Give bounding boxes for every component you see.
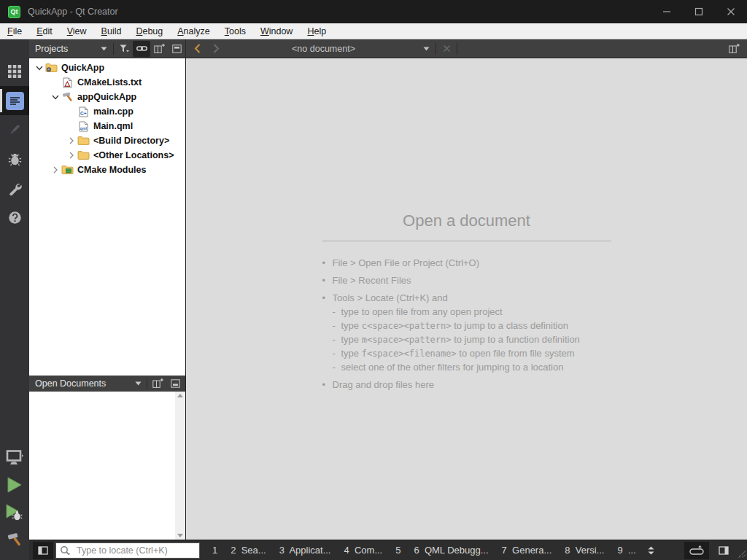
hint-drag-drop: Drag and drop files here: [322, 379, 611, 390]
expander-closed-icon[interactable]: [66, 137, 77, 144]
progress-indicator-icon: [689, 545, 704, 556]
mode-edit[interactable]: [0, 86, 29, 115]
menu-tools[interactable]: Tools: [217, 25, 253, 38]
tree-item-build-directory[interactable]: <Build Directory>: [29, 133, 185, 148]
hint-recent-files: File > Recent Files: [322, 275, 611, 286]
tree-item-appquickapp[interactable]: appQuickApp: [29, 90, 185, 104]
collapse-panel-icon: [171, 379, 180, 388]
mode-design[interactable]: [0, 115, 29, 144]
menu-debug[interactable]: Debug: [128, 25, 170, 38]
close-document-button[interactable]: [438, 41, 455, 57]
tree-item-quickapp[interactable]: QuickApp: [29, 61, 185, 75]
split-panel-button[interactable]: [150, 41, 168, 57]
filter-button[interactable]: [115, 41, 133, 57]
close-button[interactable]: [715, 0, 747, 23]
minimize-icon: [662, 7, 671, 16]
build-progress-button[interactable]: [684, 542, 709, 559]
expander-open-icon[interactable]: [34, 66, 45, 71]
window-title: QuickApp - Qt Creator: [28, 7, 651, 17]
go-back-button[interactable]: [189, 41, 205, 57]
tree-item-main-qml[interactable]: qml Main.qml: [29, 119, 185, 133]
maximize-button[interactable]: [683, 0, 715, 23]
projects-panel-selector[interactable]: Projects: [29, 44, 112, 54]
toggle-right-sidebar-button[interactable]: [713, 542, 734, 559]
output-pane-3-application[interactable]: 3 Applicat...: [273, 545, 338, 556]
projects-panel-title: Projects: [35, 44, 68, 54]
menu-view[interactable]: View: [60, 25, 94, 38]
mode-sidebar: [0, 39, 29, 560]
mode-help[interactable]: [0, 203, 29, 232]
output-pane-4-compile[interactable]: 4 Com...: [337, 545, 389, 556]
mode-welcome[interactable]: [0, 57, 29, 86]
tree-item-cmake-modules[interactable]: CMake Modules: [29, 163, 185, 177]
design-pencil-icon: [8, 123, 21, 136]
menu-file[interactable]: File: [0, 25, 29, 38]
debug-run-button[interactable]: [0, 499, 29, 526]
menu-build[interactable]: Build: [94, 25, 129, 38]
menu-window[interactable]: Window: [253, 25, 300, 38]
hint-locate-file: type f<space><filename> to open file fro…: [322, 348, 611, 359]
link-icon: [136, 44, 147, 52]
hint-locate-open: type to open file from any open project: [322, 306, 611, 317]
document-selector[interactable]: <no document>: [224, 44, 434, 54]
title-bar: QuickApp - Qt Creator: [0, 0, 747, 23]
menu-bar: File Edit View Build Debug Analyze Tools…: [0, 23, 747, 39]
chevron-down-icon[interactable]: [135, 381, 142, 386]
split-add-icon: [154, 44, 165, 54]
locator-input[interactable]: [55, 542, 200, 559]
output-pane-1-issues[interactable]: 1: [206, 545, 224, 556]
scroll-down-icon[interactable]: [177, 534, 183, 537]
vertical-scrollbar[interactable]: [175, 392, 185, 540]
build-button[interactable]: [0, 526, 29, 554]
expander-closed-icon[interactable]: [50, 166, 61, 174]
close-panel-button[interactable]: [166, 376, 184, 392]
qt-creator-logo-icon: [8, 6, 20, 18]
projects-wrench-icon: [8, 182, 22, 195]
mode-projects[interactable]: [0, 174, 29, 203]
expander-closed-icon[interactable]: [66, 152, 77, 159]
svg-text:C+: C+: [80, 110, 87, 115]
mode-debug[interactable]: [0, 144, 29, 174]
menu-help[interactable]: Help: [300, 25, 333, 38]
tree-item-other-locations[interactable]: <Other Locations>: [29, 148, 185, 163]
build-target-hammer-icon: [61, 92, 74, 103]
split-add-icon: [729, 44, 740, 54]
sync-with-editor-button[interactable]: [133, 41, 150, 57]
minimize-button[interactable]: [651, 0, 683, 23]
output-pane-2-search[interactable]: 2 Sea...: [224, 545, 272, 556]
output-pane-manager-button[interactable]: [643, 542, 660, 559]
editor-area[interactable]: Open a document File > Open File or Proj…: [186, 58, 747, 540]
hint-locate-class: type c<space><pattern> to jump to a clas…: [322, 320, 611, 331]
output-pane-6-qml-debugger[interactable]: 6 QML Debugg...: [407, 545, 495, 556]
tree-item-main-cpp[interactable]: C+ main.cpp: [29, 104, 185, 119]
menu-analyze[interactable]: Analyze: [170, 25, 217, 38]
toolbar-separator: [147, 378, 147, 389]
window-resize-grip[interactable]: [737, 542, 747, 559]
open-documents-empty-area[interactable]: [29, 392, 175, 540]
expander-open-icon[interactable]: [50, 95, 61, 100]
output-pane-5[interactable]: 5: [389, 545, 407, 556]
run-button[interactable]: [0, 471, 29, 499]
folder-icon: [77, 136, 90, 147]
output-pane-8-version-control[interactable]: 8 Versi...: [558, 545, 611, 556]
go-forward-button[interactable]: [208, 41, 224, 57]
title-divider: [322, 241, 611, 241]
debug-play-bug-icon: [6, 504, 23, 521]
placeholder-title: Open a document: [322, 211, 611, 230]
output-pane-7-general[interactable]: 7 Genera...: [495, 545, 559, 556]
tree-item-label: Main.qml: [93, 121, 133, 131]
output-pane-buttons: 1 2 Sea... 3 Applicat... 4 Com... 5 6 QM…: [206, 542, 681, 559]
filter-icon: [120, 44, 129, 53]
tree-item-cmakelists[interactable]: CMakeLists.txt: [29, 75, 185, 90]
split-panel-button[interactable]: [149, 376, 166, 392]
toggle-left-sidebar-button[interactable]: [33, 542, 53, 559]
editor-toolbar: <no document>: [186, 39, 747, 58]
qt-creator-window: QuickApp - Qt Creator File Edit View Bui…: [0, 0, 747, 560]
menu-edit[interactable]: Edit: [29, 25, 60, 38]
output-pane-9-more[interactable]: 9 ...: [611, 545, 642, 556]
scroll-up-icon[interactable]: [177, 394, 183, 397]
close-panel-button[interactable]: [168, 41, 185, 57]
close-document-icon: [443, 44, 451, 52]
split-editor-button[interactable]: [725, 41, 743, 57]
kit-selector-button[interactable]: [0, 443, 29, 471]
